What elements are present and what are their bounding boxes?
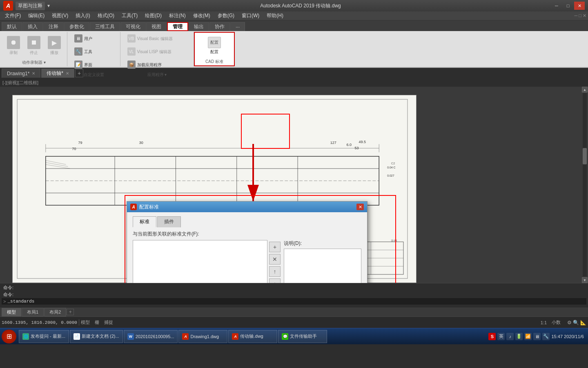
dialog-close-button[interactable]: ✕ <box>356 204 364 210</box>
tab-view[interactable]: 视图 <box>146 22 167 31</box>
model-tab[interactable]: 模型 <box>2 308 21 316</box>
tab-collaborate[interactable]: 协作 <box>209 22 230 31</box>
systray-settings[interactable]: 🔧 <box>542 333 550 340</box>
menu-file[interactable]: 文件(F) <box>2 12 24 20</box>
layout2-tab[interactable]: 布局2 <box>44 308 66 316</box>
command-area: 命令: 命令: > <box>0 283 588 307</box>
taskbar-item-wechat[interactable]: 💬 文件传输助手 <box>278 330 327 343</box>
tab-transmission-shaft[interactable]: 传动轴* ✕ <box>41 69 74 78</box>
browser-label: 发布提问 - 最新... <box>31 333 65 339</box>
scroll-down-button[interactable]: ▼ <box>582 277 588 283</box>
btn-record[interactable]: ⏺ 录制 <box>4 34 23 57</box>
taskbar-item-drawing1[interactable]: A Drawing1.dwg <box>178 330 227 343</box>
menu-window[interactable]: 窗口(W) <box>238 12 263 20</box>
description-label: 说明(D): <box>284 240 361 247</box>
layout1-tab[interactable]: 布局1 <box>22 308 44 316</box>
vertical-scrollbar[interactable]: ▲ ▼ <box>581 87 588 283</box>
workspace-selector[interactable]: 草图与注释 <box>16 2 45 10</box>
command-line-1: 命令: <box>2 284 586 291</box>
wechat-icon: 💬 <box>282 333 288 340</box>
add-layout-button[interactable]: + <box>67 309 74 315</box>
custom-settings-label: 自定义设置 <box>84 71 104 78</box>
systray-sound[interactable]: ♪ <box>506 333 514 340</box>
systray-network[interactable]: 📶 <box>524 333 532 340</box>
standards-listbox[interactable] <box>133 240 267 283</box>
tab-visualize[interactable]: 可视化 <box>120 22 146 31</box>
btn-ui[interactable]: 🖥 用户 <box>71 33 116 45</box>
transmission-close-icon[interactable]: ✕ <box>66 71 69 76</box>
dialog-tab-plugins[interactable]: 插件 <box>157 216 181 227</box>
btn-vlisp[interactable]: VL Visual LISP 编辑器 <box>125 46 190 58</box>
tab-default[interactable]: 默认 <box>2 22 22 31</box>
menu-view[interactable]: 视图(V) <box>49 12 71 20</box>
systray-battery[interactable]: 🔋 <box>515 333 523 340</box>
app-logo: A <box>3 1 13 11</box>
btn-stop[interactable]: ⏹ 停止 <box>24 34 43 57</box>
menu-format[interactable]: 格式(O) <box>94 12 118 20</box>
config-dialog: A 配置标准 ✕ 标准 插件 与当前图形关联的标准文件(F): + ✕ <box>127 201 368 283</box>
vb-label: Visual Basic 编辑器 <box>137 36 173 42</box>
btn-play[interactable]: ▶ 播放 <box>45 34 64 57</box>
command-input-field[interactable] <box>7 299 130 304</box>
ui-icon: 🖥 <box>74 34 82 43</box>
menu-draw[interactable]: 绘图(D) <box>142 12 165 20</box>
btn-tools[interactable]: 🔧 工具 <box>71 46 116 58</box>
snap-button[interactable]: 捕捉 <box>102 319 115 325</box>
start-button[interactable]: ⊞ <box>2 330 16 343</box>
view-mode-text: [-][俯视][二维线框] <box>2 80 38 86</box>
tab-more[interactable]: ··· <box>230 22 245 31</box>
move-down-button[interactable]: ↓ <box>269 278 281 283</box>
menu-dim[interactable]: 标注(N) <box>166 12 189 20</box>
taskbar-item-browser[interactable]: 🌐 发布提问 - 最新... <box>19 330 69 343</box>
dialog-titlebar: A 配置标准 ✕ <box>127 202 367 212</box>
remove-standard-button[interactable]: ✕ <box>269 254 281 265</box>
add-standard-button[interactable]: + <box>269 242 281 252</box>
tab-drawing1[interactable]: Drawing1* ✕ <box>2 69 40 78</box>
dialog-titlebar-left: A 配置标准 <box>130 204 159 211</box>
dialog-tab-standards[interactable]: 标准 <box>133 216 156 227</box>
minimize-button[interactable]: ─ <box>551 2 562 10</box>
menu-modify[interactable]: 修改(M) <box>190 12 214 20</box>
menu-insert[interactable]: 插入(I) <box>72 12 93 20</box>
scroll-up-button[interactable]: ▲ <box>582 87 588 92</box>
group-app-programs: VB Visual Basic 编辑器 VL Visual LISP 编辑器 📦… <box>120 32 194 66</box>
btn-load-app[interactable]: 📦 加载应用程序 <box>125 59 190 71</box>
transmission-label: 传动轴.dwg <box>240 333 263 339</box>
btn-vb[interactable]: VB Visual Basic 编辑器 <box>125 33 190 45</box>
systray-display[interactable]: 🖥 <box>533 333 541 340</box>
record-icon: ⏺ <box>7 36 20 49</box>
tab-output[interactable]: 输出 <box>189 22 209 31</box>
taskbar-item-word[interactable]: W 20201026100095... <box>124 330 178 343</box>
stop-icon: ⏹ <box>27 36 40 49</box>
svg-text:79: 79 <box>78 141 82 145</box>
tab-parametric[interactable]: 参数化 <box>64 22 89 31</box>
move-up-button[interactable]: ↑ <box>269 266 281 277</box>
systray-ime[interactable]: 英 <box>497 333 505 340</box>
close-button[interactable]: ✕ <box>574 2 585 10</box>
menu-param[interactable]: 参数(G) <box>214 12 238 20</box>
tab-annotate[interactable]: 注释 <box>43 22 64 31</box>
grid-button[interactable]: 栅 <box>93 319 101 325</box>
scroll-track[interactable] <box>583 93 587 276</box>
systray-s[interactable]: S <box>488 333 496 340</box>
status-icon-2[interactable]: 🔍 <box>573 320 579 325</box>
taskbar-item-transmission[interactable]: A 传动轴.dwg <box>228 330 277 343</box>
decimal-button[interactable]: 小数 <box>550 319 562 325</box>
menu-edit[interactable]: 编辑(E) <box>25 12 48 20</box>
tab-manage[interactable]: 管理 <box>167 22 188 31</box>
status-icon-3[interactable]: 📐 <box>580 320 586 325</box>
status-icon-1[interactable]: ⚙ <box>567 320 572 325</box>
command-prompt-2: 命令: <box>3 292 13 297</box>
tab-insert[interactable]: 插入 <box>22 22 43 31</box>
new-tab-button[interactable]: + <box>75 69 83 77</box>
load-app-icon: 📦 <box>127 61 136 69</box>
svg-text:53: 53 <box>354 146 359 150</box>
menu-help[interactable]: 帮助(H) <box>263 12 287 20</box>
scroll-thumb[interactable] <box>583 148 587 164</box>
restore-button[interactable]: □ <box>563 2 573 10</box>
drawing1-close-icon[interactable]: ✕ <box>32 71 35 76</box>
tab-3d-tools[interactable]: 三维工具 <box>90 22 120 31</box>
btn-cad-config[interactable]: 配置 配置 <box>205 35 224 56</box>
menu-tools[interactable]: 工具(T) <box>118 12 141 20</box>
taskbar-item-notepad[interactable]: 📄 新建文本文档 (2)... <box>70 330 123 343</box>
